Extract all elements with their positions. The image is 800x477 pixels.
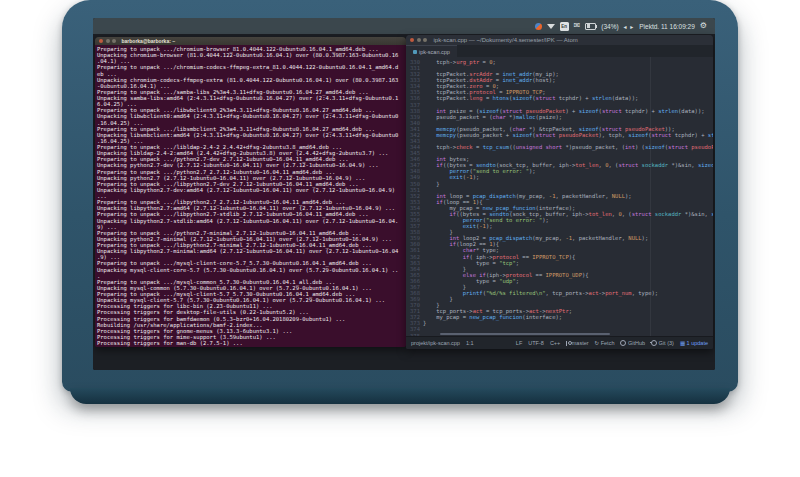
code-text: pseudo_packet = (char *)malloc(psize); — [423, 114, 562, 120]
software-updater-icon[interactable] — [535, 23, 542, 30]
terminal-line: Preparing to unpack .../libpython2.7-dev… — [97, 181, 404, 187]
terminal-line: Unpacking libpython2.7-minimal:amd64 (2.… — [97, 248, 404, 254]
file-path[interactable]: projekt/ipk-scan.cpp — [411, 340, 460, 346]
code-line: 344 tcph->check = tcp_csum((unsigned sho… — [406, 144, 713, 150]
terminal-window: barborka@barborka: ~ Preparing to unpack… — [95, 37, 406, 347]
atom-window: ipk-scan.cpp — ~/Dokumenty/4.semester/IP… — [406, 35, 713, 349]
terminal-line: Unpacking libsmbclient:amd64 (2:4.3.11+d… — [97, 132, 404, 138]
minimize-icon[interactable] — [417, 38, 421, 42]
atom-titlebar[interactable]: ipk-scan.cpp — ~/Dokumenty/4.semester/IP… — [406, 35, 713, 45]
code-lines: 330 tcph->urg_ptr = 0;331 332 tcpPacket.… — [406, 59, 713, 336]
laptop-base — [70, 388, 730, 404]
git-button[interactable]: Git (3) — [651, 340, 674, 346]
terminal-line: Unpacking mysql-client-core-5.7 (5.7.30-… — [97, 267, 404, 273]
clock[interactable]: Piektd. 11 16:09:29 — [639, 23, 695, 30]
session-arrows-icon[interactable]: ◂ ▸ — [624, 23, 635, 30]
network-icon[interactable] — [547, 24, 555, 29]
sync-icon: ↻ — [595, 340, 600, 346]
branch-indicator[interactable]: master — [566, 340, 588, 346]
terminal-output[interactable]: Preparing to unpack .../chromium-browser… — [95, 45, 406, 347]
updates-button[interactable]: ▦1 update — [680, 340, 708, 346]
terminal-line: Unpacking libpython2.7-stdlib:amd64 (2.7… — [97, 218, 404, 224]
battery-percentage: (34%) — [601, 23, 618, 30]
fetch-button[interactable]: ↻Fetch — [595, 340, 615, 346]
tab-ipk-scan[interactable]: ipk-scan.cpp — [406, 45, 457, 57]
desktop: barborka@barborka: ~ Preparing to unpack… — [93, 34, 715, 370]
git-icon — [651, 340, 657, 346]
github-button[interactable]: GitHub — [620, 340, 645, 346]
status-bar: projekt/ipk-scan.cpp 1:1 LF UTF-8 C++ ma… — [406, 336, 713, 349]
atom-window-title: ipk-scan.cpp — ~/Dokumenty/4.semester/IP… — [434, 37, 578, 43]
code-editor[interactable]: 330 tcph->urg_ptr = 0;331 332 tcpPacket.… — [406, 57, 713, 336]
code-text: tcph->check = tcp_csum((unsigned short *… — [423, 144, 713, 150]
branch-icon — [566, 341, 570, 346]
code-text: my_pcap = new_pcap_funcion(interface); — [423, 314, 562, 320]
maximize-icon[interactable] — [423, 38, 427, 42]
code-line: 342 memcpy(pseudo_packet + sizeof(struct… — [406, 132, 713, 138]
close-icon[interactable] — [99, 39, 103, 43]
minimize-icon[interactable] — [106, 39, 110, 43]
terminal-line: Unpacking python2.7-dev (2.7.12-1ubuntu0… — [97, 162, 404, 168]
battery-icon[interactable] — [585, 23, 596, 30]
terminal-line: Preparing to unpack .../libpython2.7-std… — [97, 211, 404, 217]
grammar-indicator[interactable]: C++ — [550, 340, 560, 346]
terminal-line: Unpacking libwbclient0:amd64 (2:4.3.11+d… — [97, 113, 404, 119]
cpp-file-icon — [413, 50, 417, 54]
code-text: printf("%d/%s filtered\n", tcp_ports->ac… — [423, 290, 658, 296]
cursor-position[interactable]: 1:1 — [466, 340, 474, 346]
terminal-line: Preparing to unpack .../mysql-client-cor… — [97, 260, 404, 266]
terminal-line: Unpacking chromium-browser (81.0.4044.12… — [97, 52, 404, 58]
code-text: tcpPacket.leng = htons(sizeof(struct tcp… — [423, 95, 638, 101]
menubar: En ✉ (34%) ◂ ▸ Piektd. 11 16:09:29 ⚙ — [93, 18, 715, 34]
laptop-screen: En ✉ (34%) ◂ ▸ Piektd. 11 16:09:29 ⚙ bar… — [93, 18, 715, 370]
terminal-prompt-line — [97, 346, 404, 347]
tab-bar: ipk-scan.cpp — [406, 45, 713, 57]
packages-icon: ▦ — [680, 340, 685, 346]
terminal-titlebar[interactable]: barborka@barborka: ~ — [95, 37, 406, 45]
code-text: memcpy(pseudo_packet + sizeof(struct pse… — [423, 132, 713, 138]
terminal-line: Preparing to unpack .../libsmbclient_2%3… — [97, 126, 404, 132]
keyboard-indicator[interactable]: En — [560, 22, 569, 31]
code-text: tcph->urg_ptr = 0; — [423, 59, 496, 65]
terminal-line: Preparing to unpack .../chromium-codecs-… — [97, 64, 404, 70]
tab-label: ipk-scan.cpp — [419, 49, 450, 55]
terminal-title: barborka@barborka: ~ — [122, 38, 176, 44]
line-number: 375 — [406, 333, 423, 336]
terminal-line: Preparing to unpack .../python2.7-minima… — [97, 230, 404, 236]
code-text — [423, 333, 426, 336]
close-icon[interactable] — [410, 38, 414, 42]
terminal-line: Unpacking chromium-codecs-ffmpeg-extra (… — [97, 77, 404, 83]
horizontal-scrollbar[interactable] — [440, 333, 610, 335]
github-icon — [620, 340, 626, 346]
terminal-line: Unpacking libpython2.7-dev:amd64 (2.7.12… — [97, 187, 404, 193]
line-ending-indicator[interactable]: LF — [516, 340, 522, 346]
terminal-line: Unpacking python2.7 (2.7.12-1ubuntu0~16.… — [97, 175, 404, 181]
terminal-line: Unpacking samba-libs:amd64 (2:4.3.11+dfs… — [97, 95, 404, 101]
encoding-indicator[interactable]: UTF-8 — [528, 340, 544, 346]
page: En ✉ (34%) ◂ ▸ Piektd. 11 16:09:29 ⚙ bar… — [0, 0, 800, 477]
gear-icon[interactable]: ⚙ — [700, 22, 707, 30]
message-icon[interactable]: ✉ — [574, 22, 581, 30]
maximize-icon[interactable] — [112, 39, 116, 43]
